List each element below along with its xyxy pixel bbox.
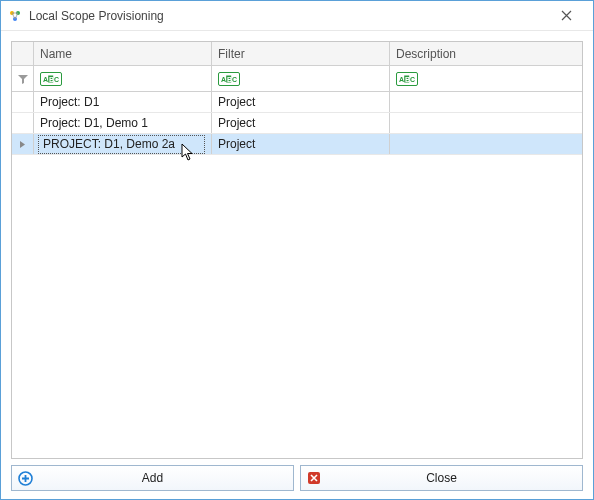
abc-icon: A B C bbox=[396, 72, 418, 86]
table-row[interactable]: Project: D1 Project bbox=[12, 92, 582, 113]
grid-body: Project: D1 Project Project: D1, Demo 1 bbox=[12, 92, 582, 458]
svg-text:C: C bbox=[410, 76, 415, 83]
grid-header-row: Name Filter Description bbox=[12, 42, 582, 66]
column-header-name-label: Name bbox=[40, 47, 72, 61]
grid-header-indicator bbox=[12, 42, 34, 65]
add-button[interactable]: Add bbox=[11, 465, 294, 491]
cell-filter[interactable]: Project bbox=[212, 113, 390, 133]
row-indicator bbox=[12, 113, 34, 133]
add-button-label: Add bbox=[142, 471, 163, 485]
cell-name[interactable]: Project: D1, Demo 1 bbox=[34, 113, 212, 133]
cell-filter-value: Project bbox=[218, 95, 255, 109]
close-icon bbox=[561, 10, 572, 21]
close-button[interactable]: Close bbox=[300, 465, 583, 491]
column-header-filter[interactable]: Filter bbox=[212, 42, 390, 65]
svg-text:A: A bbox=[43, 76, 48, 83]
row-indicator bbox=[12, 134, 34, 154]
table-row[interactable]: PROJECT: D1, Demo 2a Project bbox=[12, 134, 582, 155]
close-button-label: Close bbox=[426, 471, 457, 485]
table-row[interactable]: Project: D1, Demo 1 Project bbox=[12, 113, 582, 134]
cell-filter[interactable]: Project bbox=[212, 92, 390, 112]
cell-name[interactable]: PROJECT: D1, Demo 2a bbox=[34, 134, 212, 154]
cell-filter-value: Project bbox=[218, 116, 255, 130]
cell-filter[interactable]: Project bbox=[212, 134, 390, 154]
titlebar: Local Scope Provisioning bbox=[1, 1, 593, 31]
cell-description[interactable] bbox=[390, 92, 582, 112]
window-title: Local Scope Provisioning bbox=[29, 9, 164, 23]
row-arrow-icon bbox=[19, 140, 26, 149]
scope-icon bbox=[7, 8, 23, 24]
cell-name[interactable]: Project: D1 bbox=[34, 92, 212, 112]
filter-cell-name[interactable]: A B C bbox=[34, 66, 212, 91]
cancel-icon bbox=[306, 470, 322, 486]
cell-filter-value: Project bbox=[218, 137, 255, 151]
data-grid[interactable]: Name Filter Description bbox=[11, 41, 583, 459]
cell-name-value: Project: D1, Demo 1 bbox=[40, 116, 148, 130]
grid-filter-row: A B C A B C bbox=[12, 66, 582, 92]
filter-cell-description[interactable]: A B C bbox=[390, 66, 582, 91]
svg-text:C: C bbox=[54, 76, 59, 83]
funnel-icon bbox=[17, 73, 29, 85]
row-indicator bbox=[12, 92, 34, 112]
window-close-button[interactable] bbox=[545, 4, 587, 28]
column-header-name[interactable]: Name bbox=[34, 42, 212, 65]
cell-description[interactable] bbox=[390, 113, 582, 133]
cell-name-value: Project: D1 bbox=[40, 95, 99, 109]
plus-circle-icon bbox=[17, 470, 33, 486]
svg-text:A: A bbox=[399, 76, 404, 83]
dialog-window: Local Scope Provisioning Name Filter Des… bbox=[0, 0, 594, 500]
button-bar: Add Close bbox=[11, 465, 583, 491]
abc-icon: A B C bbox=[218, 72, 240, 86]
filter-cell-filter[interactable]: A B C bbox=[212, 66, 390, 91]
column-header-description-label: Description bbox=[396, 47, 456, 61]
column-header-filter-label: Filter bbox=[218, 47, 245, 61]
column-header-description[interactable]: Description bbox=[390, 42, 582, 65]
abc-icon: A B C bbox=[40, 72, 62, 86]
cell-name-value: PROJECT: D1, Demo 2a bbox=[38, 135, 205, 154]
client-area: Name Filter Description bbox=[1, 31, 593, 499]
cell-description[interactable] bbox=[390, 134, 582, 154]
svg-text:C: C bbox=[232, 76, 237, 83]
svg-text:A: A bbox=[221, 76, 226, 83]
filter-row-indicator[interactable] bbox=[12, 66, 34, 91]
